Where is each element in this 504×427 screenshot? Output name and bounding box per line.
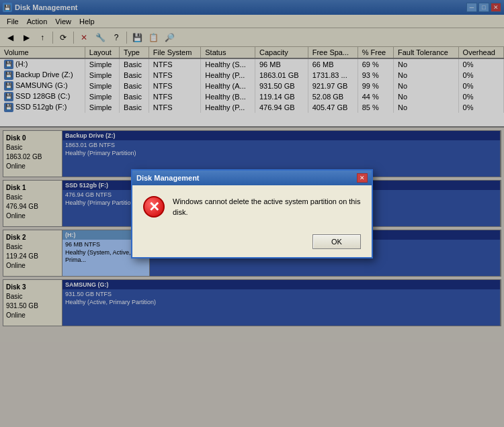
modal-title: Disk Management bbox=[136, 174, 200, 182]
modal-dialog: Disk Management ✕ ✕ Windows cannot delet… bbox=[131, 169, 373, 258]
modal-overlay: Disk Management ✕ ✕ Windows cannot delet… bbox=[0, 0, 504, 427]
modal-body: ✕ Windows cannot delete the active syste… bbox=[132, 185, 372, 229]
error-icon: ✕ bbox=[143, 196, 165, 218]
ok-button[interactable]: OK bbox=[312, 234, 361, 249]
modal-close-button[interactable]: ✕ bbox=[357, 173, 368, 183]
modal-footer: OK bbox=[132, 229, 372, 257]
modal-title-bar: Disk Management ✕ bbox=[132, 171, 372, 185]
modal-message: Windows cannot delete the active system … bbox=[173, 196, 361, 218]
